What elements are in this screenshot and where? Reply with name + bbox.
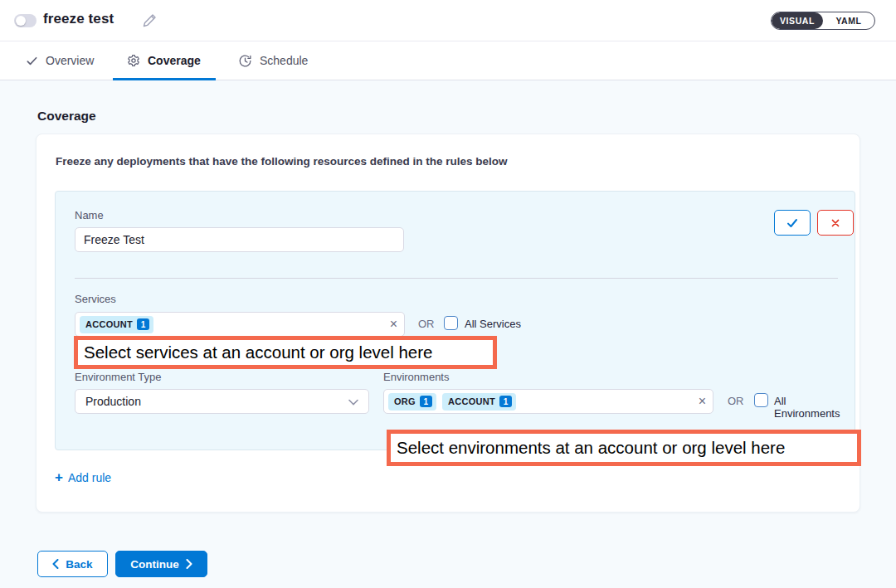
environments-multiselect[interactable]: ORG 1 ACCOUNT 1 × bbox=[383, 389, 713, 414]
annotation-environments-callout: Select environments at an account or org… bbox=[387, 430, 861, 466]
toggle-knob bbox=[16, 16, 26, 26]
freeze-title: freeze test bbox=[43, 11, 114, 27]
services-label: Services bbox=[75, 293, 116, 305]
check-icon bbox=[26, 55, 38, 67]
clear-services-icon[interactable]: × bbox=[390, 318, 397, 331]
chip-count-badge: 1 bbox=[137, 318, 149, 330]
chip-count-badge: 1 bbox=[420, 396, 432, 407]
visual-yaml-switch[interactable]: VISUAL YAML bbox=[771, 12, 875, 30]
rule-panel: Name Services ACCOUNT 1 × OR All Service… bbox=[55, 191, 855, 450]
environment-type-select[interactable]: Production bbox=[75, 389, 369, 414]
environments-or-label: OR bbox=[728, 395, 744, 407]
all-environments-checkbox[interactable] bbox=[754, 393, 768, 407]
coverage-card: Freeze any deployments that have the fol… bbox=[36, 134, 860, 513]
schedule-clock-icon bbox=[238, 54, 252, 68]
annotation-services-callout: Select services at an account or org lev… bbox=[74, 336, 497, 369]
all-services-label: All Services bbox=[465, 318, 521, 330]
coverage-description: Freeze any deployments that have the fol… bbox=[56, 155, 508, 168]
chip-count-badge: 1 bbox=[499, 396, 512, 407]
chevron-down-icon bbox=[348, 395, 358, 408]
continue-button[interactable]: Continue bbox=[115, 551, 207, 577]
back-button[interactable]: Back bbox=[37, 551, 108, 577]
freeze-enabled-toggle[interactable] bbox=[14, 14, 37, 27]
tab-schedule[interactable]: Schedule bbox=[238, 41, 308, 80]
select-value: Production bbox=[85, 395, 141, 408]
yaml-segment[interactable]: YAML bbox=[823, 12, 874, 29]
apply-rule-button[interactable] bbox=[774, 210, 811, 236]
back-label: Back bbox=[66, 558, 92, 571]
tab-overview[interactable]: Overview bbox=[26, 41, 94, 80]
chevron-right-icon bbox=[186, 559, 192, 569]
services-multiselect[interactable]: ACCOUNT 1 × bbox=[75, 312, 405, 337]
tab-label: Schedule bbox=[260, 54, 308, 67]
environments-label: Environments bbox=[383, 371, 449, 383]
tabbar: Overview Coverage Schedule bbox=[0, 41, 896, 80]
check-icon bbox=[786, 216, 799, 230]
all-environments-label: All Environments bbox=[774, 395, 855, 420]
chip-label: ACCOUNT bbox=[85, 319, 133, 329]
services-or-label: OR bbox=[418, 318, 435, 330]
chip-label: ACCOUNT bbox=[448, 396, 495, 406]
add-rule-label: Add rule bbox=[68, 471, 111, 484]
close-icon bbox=[830, 217, 841, 229]
add-rule-button[interactable]: + Add rule bbox=[55, 470, 111, 484]
active-tab-underline bbox=[113, 78, 216, 80]
tab-coverage[interactable]: Coverage bbox=[127, 41, 201, 80]
gear-icon bbox=[127, 54, 140, 67]
visual-segment[interactable]: VISUAL bbox=[772, 12, 823, 29]
tab-label: Coverage bbox=[148, 54, 201, 67]
name-label: Name bbox=[75, 209, 104, 221]
page-title: Coverage bbox=[37, 109, 96, 124]
freeze-window-studio: freeze test VISUAL YAML Overview Coverag… bbox=[0, 0, 896, 588]
environment-chip[interactable]: ACCOUNT 1 bbox=[442, 393, 516, 411]
delete-rule-button[interactable] bbox=[817, 210, 854, 236]
all-services-checkbox[interactable] bbox=[444, 316, 458, 330]
clear-environments-icon[interactable]: × bbox=[699, 395, 706, 408]
tab-label: Overview bbox=[46, 54, 94, 67]
plus-icon: + bbox=[55, 470, 63, 484]
environment-chip[interactable]: ORG 1 bbox=[388, 393, 436, 411]
continue-label: Continue bbox=[130, 558, 179, 571]
header: freeze test VISUAL YAML bbox=[0, 0, 896, 41]
chip-label: ORG bbox=[394, 396, 416, 406]
chevron-left-icon bbox=[52, 559, 59, 569]
rule-name-input[interactable] bbox=[75, 227, 404, 252]
service-chip[interactable]: ACCOUNT 1 bbox=[80, 316, 153, 333]
environment-type-label: Environment Type bbox=[75, 371, 162, 383]
panel-divider bbox=[75, 278, 838, 279]
edit-pencil-icon[interactable] bbox=[141, 12, 158, 29]
